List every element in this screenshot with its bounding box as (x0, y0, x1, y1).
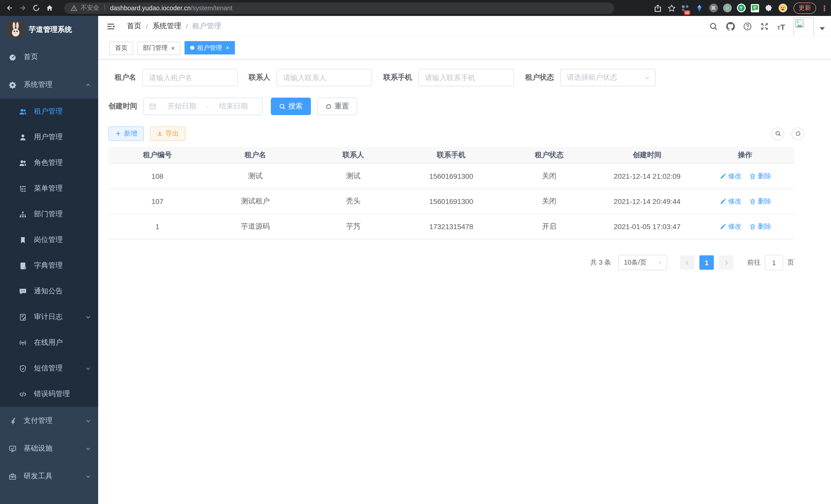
dashboard-icon (9, 53, 17, 61)
share-icon[interactable] (653, 3, 662, 12)
page-number-1[interactable]: 1 (699, 255, 714, 270)
edit-link[interactable]: 修改 (719, 222, 742, 231)
date-range-picker[interactable]: 开始日期 - 结束日期 (143, 98, 263, 115)
github-icon[interactable] (726, 22, 735, 31)
edit-link[interactable]: 修改 (719, 197, 742, 206)
security-warning-icon (70, 4, 78, 11)
close-icon[interactable]: × (226, 44, 229, 51)
security-label[interactable]: 不安全 (81, 4, 99, 12)
search-icon[interactable] (709, 22, 718, 31)
cell-id: 107 (109, 197, 206, 206)
chevron-down-icon (85, 473, 91, 479)
sidebar-item-user[interactable]: 用户管理 (0, 124, 98, 150)
cell-actions: 修改删除 (696, 172, 794, 181)
page-size-select[interactable]: 10条/页 (618, 255, 667, 270)
delete-link[interactable]: 删除 (749, 197, 771, 206)
date-separator: - (205, 102, 210, 111)
sidebar-item-audit[interactable]: 审计日志 (0, 304, 98, 330)
sidebar-item-infra[interactable]: 基础设施 (0, 435, 98, 463)
edit-link[interactable]: 修改 (719, 172, 742, 181)
font-size-icon[interactable]: TT (776, 22, 786, 31)
breadcrumb-home[interactable]: 首页 (127, 22, 141, 31)
extension-gem-icon[interactable] (695, 3, 704, 12)
delete-link[interactable]: 删除 (749, 222, 771, 231)
url-bar[interactable]: 不安全 dashboard.yudao.iocoder.cn/system/te… (64, 2, 614, 13)
cell-mobile: 15601691300 (402, 197, 500, 206)
header-actions: TT (709, 14, 831, 38)
sidebar-item-label: 用户管理 (34, 132, 63, 142)
delete-link[interactable]: 删除 (749, 172, 771, 181)
export-button[interactable]: 导出 (150, 126, 185, 141)
tab-dept[interactable]: 部门管理× (137, 41, 180, 55)
bookmark-star-icon[interactable] (667, 3, 676, 12)
status-select[interactable]: 请选择租户状态 (560, 69, 656, 86)
sidebar-item-label: 字典管理 (34, 261, 63, 270)
sidebar-item-sms[interactable]: 短信管理 (0, 356, 98, 381)
sidebar-item-pay[interactable]: 支付管理 (0, 407, 98, 435)
browser-menu-icon[interactable]: ⋮ (821, 4, 826, 12)
url-text[interactable]: dashboard.yudao.iocoder.cn/system/tenant (110, 4, 233, 11)
sidebar-item-online[interactable]: 在线用户 (0, 330, 98, 356)
tool-icon (9, 472, 17, 480)
next-page-button[interactable] (719, 255, 733, 270)
refresh-table-icon[interactable] (792, 127, 804, 140)
back-icon[interactable] (3, 1, 16, 14)
extensions-puzzle-icon[interactable] (764, 3, 773, 12)
chevron-down-icon (657, 260, 662, 265)
add-button[interactable]: 新增 (109, 126, 144, 141)
start-date-placeholder[interactable]: 开始日期 (158, 102, 205, 111)
sidebar-item-dict[interactable]: 字典管理 (0, 253, 98, 278)
app-logo[interactable]: 芋道管理系统 (0, 16, 98, 43)
extension-chat-icon[interactable] (750, 3, 760, 12)
sidebar-item-tenant[interactable]: 租户管理 (0, 99, 98, 124)
forward-icon[interactable] (16, 1, 29, 14)
extension-record-icon[interactable] (722, 3, 732, 12)
breadcrumb-separator: / (146, 22, 148, 30)
breadcrumb-separator: / (186, 22, 188, 30)
tab-tenant[interactable]: 租户管理× (184, 41, 235, 55)
user-avatar[interactable] (794, 18, 814, 38)
tab-home[interactable]: 首页 (110, 41, 133, 55)
avatar-caret-icon[interactable] (820, 27, 825, 30)
sidebar-item-label: 岗位管理 (34, 235, 63, 244)
help-icon[interactable] (743, 22, 752, 31)
tenant-name-input[interactable] (142, 69, 238, 86)
prev-page-button[interactable] (680, 255, 694, 270)
reset-button[interactable]: 重置 (317, 98, 357, 115)
fullscreen-icon[interactable] (760, 22, 769, 31)
goto-page-input[interactable] (765, 255, 783, 270)
sidebar-item-dept[interactable]: 部门管理 (0, 201, 98, 227)
sidebar-item-gear[interactable]: 系统管理 (0, 71, 98, 99)
end-date-placeholder[interactable]: 结束日期 (210, 102, 257, 111)
profile-avatar-icon[interactable] (778, 3, 787, 12)
cell-status: 关闭 (500, 197, 598, 206)
sidebar-item-notice[interactable]: 通知公告 (0, 278, 98, 304)
search-button[interactable]: 搜索 (271, 98, 311, 115)
sidebar-item-post[interactable]: 岗位管理 (0, 227, 98, 253)
tenant-icon (19, 108, 27, 115)
extension-y-icon[interactable]: Y (737, 3, 746, 12)
mobile-input[interactable] (418, 69, 514, 86)
sidebar-item-label: 角色管理 (34, 158, 63, 168)
contact-input[interactable] (277, 69, 372, 86)
close-icon[interactable]: × (171, 45, 175, 52)
extension-tasks-icon[interactable]: 10 (681, 3, 690, 12)
sidebar-item-menu[interactable]: 菜单管理 (0, 176, 98, 201)
extension-command-icon[interactable]: ⌘ (709, 3, 718, 12)
sidebar-item-dashboard[interactable]: 首页 (0, 43, 98, 71)
chrome-update-button[interactable]: 更新 (794, 2, 816, 13)
column-header: 操作 (696, 151, 794, 160)
sidebar-item-tool[interactable]: 研发工具 (0, 463, 98, 490)
app-header: 首页 / 系统管理 / 租户管理 TT (98, 16, 831, 36)
home-icon[interactable] (42, 1, 56, 14)
edit-pen-icon (719, 198, 727, 205)
hamburger-fold-icon[interactable] (106, 22, 115, 31)
cell-id: 108 (109, 172, 206, 180)
toggle-search-icon[interactable] (771, 127, 784, 140)
table-toolbar: 新增 导出 (98, 126, 831, 141)
reload-icon[interactable] (29, 1, 42, 14)
sidebar-item-code[interactable]: 错误码管理 (0, 381, 98, 407)
breadcrumb-system[interactable]: 系统管理 (152, 22, 181, 31)
sidebar-item-role[interactable]: 角色管理 (0, 150, 98, 176)
main-content: 租户名 联系人 联系手机 租户状态 请选择租户状态 创建时间 (98, 60, 831, 504)
